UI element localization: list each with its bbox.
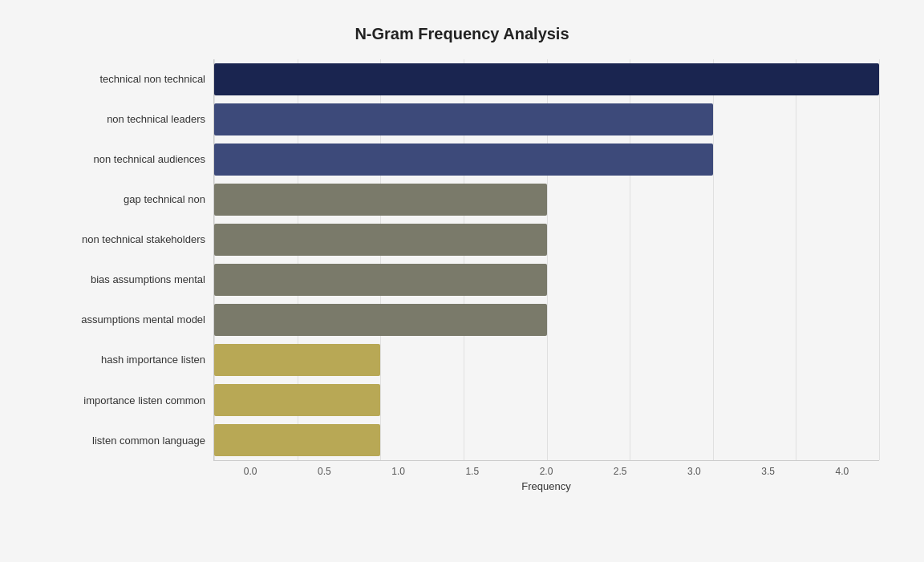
bar-row	[214, 180, 879, 220]
chart-area: technical non technicalnon technical lea…	[45, 59, 879, 492]
chart-container: N-Gram Frequency Analysis technical non …	[21, 9, 903, 554]
x-tick: 1.0	[361, 466, 435, 477]
bar-row	[214, 260, 879, 300]
bar-row	[214, 380, 879, 420]
chart-title: N-Gram Frequency Analysis	[45, 25, 879, 43]
y-label: non technical stakeholders	[45, 233, 205, 246]
x-tick: 3.5	[732, 466, 805, 477]
bar	[214, 304, 547, 336]
y-label: non technical leaders	[45, 113, 205, 126]
bar-row	[214, 59, 879, 99]
grid-line	[879, 59, 880, 460]
y-label: hash importance listen	[45, 354, 205, 366]
x-tick: 3.0	[657, 466, 731, 477]
x-tick: 2.0	[509, 466, 583, 477]
bar	[214, 224, 547, 256]
y-label: importance listen common	[45, 394, 205, 407]
bar-row	[214, 220, 879, 260]
bar	[214, 144, 713, 176]
y-label: assumptions mental model	[45, 313, 205, 326]
bar	[214, 63, 879, 95]
bar-row	[214, 99, 879, 139]
bar	[214, 384, 380, 416]
plot-area	[213, 59, 879, 461]
y-label: gap technical non	[45, 193, 205, 206]
y-label: technical non technical	[45, 73, 205, 86]
bar	[214, 344, 380, 376]
bar-row	[214, 139, 879, 180]
x-tick: 1.5	[436, 466, 509, 477]
y-label: bias assumptions mental	[45, 273, 205, 286]
bar	[214, 103, 713, 135]
y-labels: technical non technicalnon technical lea…	[45, 59, 213, 461]
x-tick: 0.0	[213, 466, 287, 477]
x-tick: 4.0	[805, 466, 879, 477]
y-label: non technical audiences	[45, 153, 205, 166]
x-axis-label: Frequency	[45, 480, 879, 492]
bars-wrapper: technical non technicalnon technical lea…	[45, 59, 879, 461]
y-label: listen common language	[45, 435, 205, 447]
bar	[214, 184, 547, 216]
x-axis: 0.00.51.01.52.02.53.03.54.0	[45, 466, 879, 477]
bar	[214, 424, 380, 456]
bar	[214, 264, 547, 296]
bar-row	[214, 420, 879, 460]
bar-row	[214, 340, 879, 380]
x-tick: 2.5	[583, 466, 657, 477]
bar-row	[214, 300, 879, 340]
x-tick: 0.5	[287, 466, 361, 477]
